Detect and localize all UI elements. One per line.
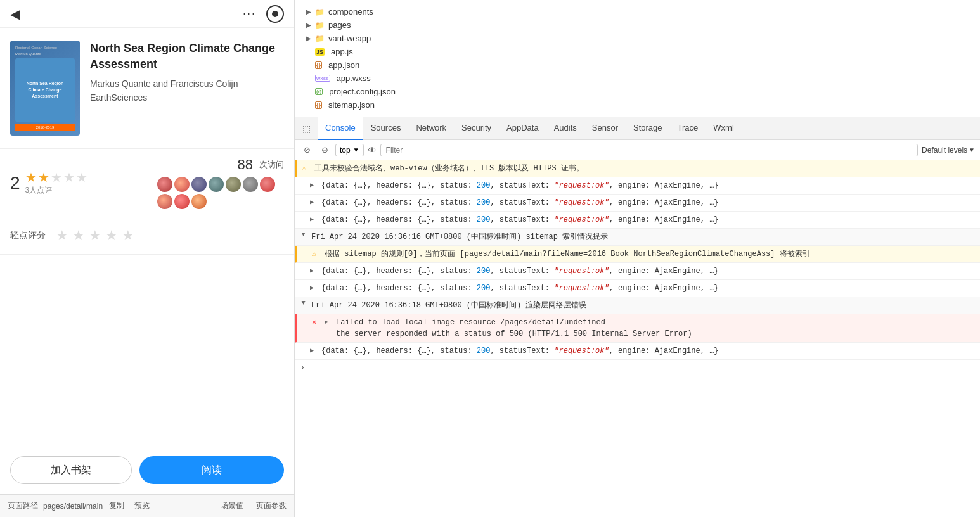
- my-star-1[interactable]: ★: [56, 227, 68, 244]
- devtools-tabs: ⬚ Console Sources Network Security AppDa…: [295, 117, 980, 140]
- file-item-appwxss[interactable]: ▶ wxss app.wxss: [295, 72, 980, 85]
- record-button[interactable]: [266, 5, 284, 23]
- page-path-label: 页面路径: [8, 501, 38, 511]
- tab-network[interactable]: Network: [408, 117, 454, 140]
- spacer: [0, 255, 294, 446]
- avatar-1: [157, 177, 172, 192]
- avatar-3: [191, 177, 207, 192]
- expand-icon[interactable]: ▶: [310, 215, 318, 223]
- book-cover: Regional Ocean Science Markus Quante Nor…: [10, 41, 80, 136]
- file-name: pages: [328, 20, 351, 30]
- console-block-button[interactable]: ⊖: [318, 143, 332, 157]
- expand-icon[interactable]: ▶: [300, 301, 307, 309]
- tab-security[interactable]: Security: [454, 117, 499, 140]
- tab-appdata[interactable]: AppData: [499, 117, 546, 140]
- file-item-components[interactable]: ▶ 📁 components: [295, 5, 980, 18]
- context-selector[interactable]: top ▼: [335, 144, 364, 156]
- expand-icon[interactable]: ▶: [310, 347, 318, 354]
- preview-button[interactable]: 预览: [131, 499, 153, 513]
- right-panel: ▶ 📁 components ▶ 📁 pages ▶ 📁 vant-weapp …: [295, 0, 980, 517]
- prompt-arrow: ›: [300, 362, 305, 373]
- console-clear-button[interactable]: ⊘: [300, 143, 314, 157]
- avatar-5: [226, 177, 241, 192]
- action-buttons: 加入书架 阅读: [0, 446, 294, 494]
- file-item-sitemap[interactable]: ▶ {} sitemap.json: [295, 98, 980, 112]
- folder-arrow: ▶: [305, 22, 313, 29]
- my-rating-label: 轻点评分: [10, 230, 46, 241]
- tab-wxml[interactable]: Wxml: [706, 117, 742, 140]
- folder-arrow: ▶: [305, 8, 313, 16]
- tab-audits[interactable]: Audits: [546, 117, 584, 140]
- json-icon: {}: [315, 101, 322, 109]
- avatar-row: [157, 177, 284, 209]
- entry-text: Fri Apr 24 2020 16:36:18 GMT+0800 (中国标准时…: [311, 300, 975, 311]
- chevron-down-icon: ▼: [969, 146, 975, 153]
- file-name: project.config.json: [329, 87, 396, 96]
- entry-text: 工具未校验合法域名、web-view（业务域名）、TLS 版本以及 HTTPS …: [314, 163, 975, 174]
- bottom-nav: 页面路径 pages/detail/main 复制 预览 场景值 页面参数: [0, 494, 294, 517]
- default-levels-label: Default levels: [922, 146, 967, 155]
- rating-left: 2 ★ ★ ★ ★ ★ 3人点评: [10, 170, 87, 196]
- book-info: Regional Ocean Science Markus Quante Nor…: [0, 28, 294, 148]
- console-group-sitemap: ▶ Fri Apr 24 2020 16:36:16 GMT+0800 (中国标…: [295, 229, 980, 246]
- top-bar-left: ◀: [10, 6, 20, 22]
- avatar-6: [243, 177, 258, 192]
- file-item-vant[interactable]: ▶ 📁 vant-weapp: [295, 32, 980, 45]
- filter-input[interactable]: [380, 144, 918, 156]
- read-button[interactable]: 阅读: [139, 456, 284, 484]
- tab-trace[interactable]: Trace: [670, 117, 706, 140]
- more-button[interactable]: ···: [243, 7, 256, 20]
- console-entry-info-3: ▶ {data: {…}, headers: {…}, status: 200,…: [295, 212, 980, 229]
- record-icon: [272, 11, 278, 17]
- avatar-8: [157, 194, 172, 209]
- expand-icon[interactable]: ▶: [310, 284, 318, 291]
- stars-display: ★ ★ ★ ★ ★: [25, 170, 87, 185]
- default-levels-selector[interactable]: Default levels ▼: [922, 146, 975, 155]
- eye-icon[interactable]: 👁: [368, 145, 377, 155]
- folder-icon: 📁: [315, 21, 325, 30]
- entry-text: 根据 sitemap 的规则[0]，当前页面 [pages/detail/mai…: [325, 248, 975, 260]
- file-item-appjson[interactable]: ▶ {} app.json: [295, 58, 980, 72]
- inspector-icon[interactable]: ⬚: [297, 120, 315, 137]
- visit-label: 次访问: [259, 159, 284, 170]
- file-item-pages[interactable]: ▶ 📁 pages: [295, 18, 980, 32]
- tab-sources[interactable]: Sources: [363, 117, 409, 140]
- file-name: components: [328, 7, 373, 16]
- avatar-9: [174, 194, 190, 209]
- file-item-projectconfig[interactable]: ▶ (•) project.config.json: [295, 85, 980, 98]
- tab-console[interactable]: Console: [318, 117, 363, 140]
- file-name: app.json: [328, 60, 359, 70]
- expand-icon[interactable]: ▶: [300, 233, 307, 240]
- expand-icon[interactable]: ▶: [310, 181, 318, 189]
- tab-storage[interactable]: Storage: [626, 117, 670, 140]
- my-star-4[interactable]: ★: [105, 227, 118, 244]
- console-prompt[interactable]: ›: [295, 360, 980, 375]
- star-1: ★: [25, 170, 37, 185]
- star-5: ★: [76, 170, 87, 185]
- star-2: ★: [38, 170, 49, 185]
- expand-icon[interactable]: ▶: [310, 267, 318, 274]
- expand-icon[interactable]: ▶: [310, 198, 318, 206]
- my-stars[interactable]: ★ ★ ★ ★ ★: [56, 227, 134, 244]
- folder-icon: 📁: [315, 34, 325, 43]
- json-icon: {}: [315, 61, 322, 69]
- my-star-3[interactable]: ★: [89, 227, 101, 244]
- add-to-shelf-button[interactable]: 加入书架: [10, 456, 132, 484]
- copy-button[interactable]: 复制: [105, 499, 128, 513]
- error-icon: ✕: [312, 317, 321, 327]
- folder-icon: 📁: [315, 8, 325, 16]
- entry-text: Failed to load local image resource /pag…: [336, 317, 975, 340]
- avatar-4: [209, 177, 224, 192]
- scene-label: 场景值: [221, 501, 243, 511]
- file-item-appjs[interactable]: ▶ JS app.js: [295, 45, 980, 58]
- book-details: North Sea Region Climate Change Assessme…: [90, 41, 284, 136]
- star-4: ★: [63, 170, 75, 185]
- console-entry-info-1: ▶ {data: {…}, headers: {…}, status: 200,…: [295, 177, 980, 195]
- console-entry-info-2: ▶ {data: {…}, headers: {…}, status: 200,…: [295, 195, 980, 212]
- tab-sensor[interactable]: Sensor: [584, 117, 626, 140]
- back-button[interactable]: ◀: [10, 6, 20, 22]
- my-star-2[interactable]: ★: [72, 227, 85, 244]
- expand-icon[interactable]: ▶: [325, 318, 332, 326]
- my-star-5[interactable]: ★: [122, 227, 134, 244]
- rating-section: 2 ★ ★ ★ ★ ★ 3人点评 88 次访问: [0, 148, 294, 217]
